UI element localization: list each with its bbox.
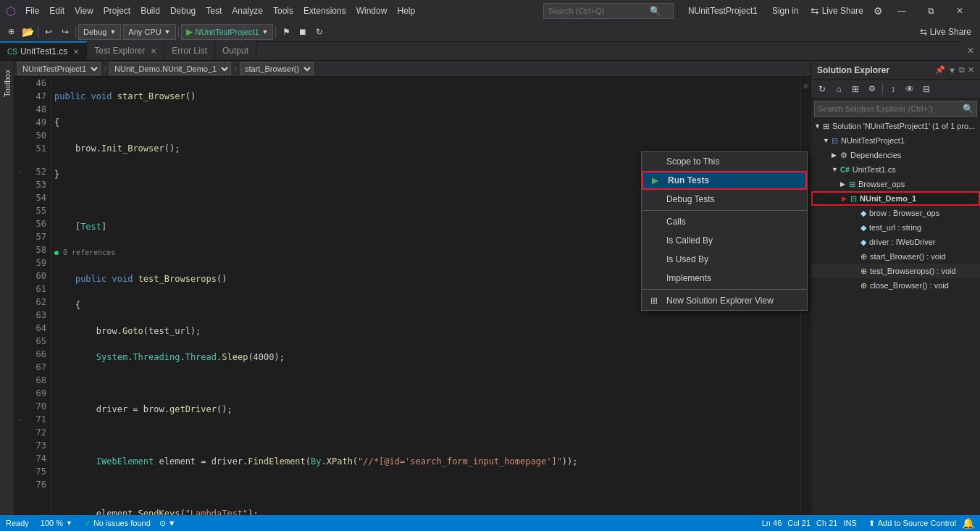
ctx-implements[interactable]: Implements [642,269,807,288]
toolbar-btn7[interactable]: ↻ [311,24,327,40]
signin-button[interactable]: Sign in [766,6,805,16]
menu-analyze[interactable]: Analyze [227,3,268,19]
menu-window[interactable]: Window [351,3,393,19]
settings-icon[interactable]: ⚙ [869,2,887,20]
se-close-icon[interactable]: ✕ [968,65,974,75]
ctx-run-tests[interactable]: ▶ Run Tests [642,171,807,190]
close-button[interactable]: ✕ [945,0,974,22]
run-button[interactable]: ▶ NUnitTestProject1 ▼ [181,24,274,40]
tree-solution[interactable]: ▼ ⊞ Solution 'NUnitTestProject1' (1 of 1… [811,119,980,133]
platform-dropdown[interactable]: Any CPU ▼ [123,24,175,40]
se-tree: ▼ ⊞ Solution 'NUnitTestProject1' (1 of 1… [811,119,980,515]
code-line-75: 75 [14,465,51,478]
toolbar-btn5[interactable]: ⚑ [278,24,294,40]
tree-driver[interactable]: ◆ driver : IWebDriver [811,235,980,249]
se-dropdown-icon[interactable]: ▼ [948,66,956,75]
search-icon: 🔍 [650,6,661,16]
tree-browserops[interactable]: ▶ ⊞ Browser_ops [811,177,980,191]
code-line-58: 58 [14,243,51,256]
notification-icon[interactable]: 🔔 [962,517,974,529]
debug-mode-dropdown[interactable]: Debug ▼ [78,24,121,40]
ctx-scope-to-this[interactable]: Scope to This [642,152,807,171]
menu-project[interactable]: Project [99,3,135,19]
status-nav-icon[interactable]: ⊙ ▼ [159,519,176,528]
ctx-is-used-by[interactable]: Is Used By [642,250,807,269]
tree-start-browser[interactable]: ⊕ start_Browser() : void [811,249,980,264]
menu-build[interactable]: Build [135,3,165,19]
tree-unittest1cs-label: UnitTest1.cs [853,165,896,174]
tree-test-browserops[interactable]: ⊕ test_Browserops() : void [811,264,980,278]
ctx-debug-tests[interactable]: Debug Tests [642,190,807,209]
menu-debug[interactable]: Debug [165,3,201,19]
menu-help[interactable]: Help [392,3,420,19]
add-to-source-control-button[interactable]: Add to Source Control [878,519,956,527]
tab-unittest1[interactable]: CS UnitTest1.cs ✕ [0,41,87,60]
ctx-is-used-label: Is Used By [666,254,708,264]
minimize-button[interactable]: — [887,0,916,22]
se-maximize-icon[interactable]: ⧉ [959,65,965,75]
ctx-debug-label: Debug Tests [666,194,715,204]
code-line-62: 62 [14,296,51,309]
se-filter-btn[interactable]: ⊞ [847,82,863,96]
tree-close-browser[interactable]: ⊕ close_Browser() : void [811,278,980,293]
tree-unittest1cs[interactable]: ▼ C# UnitTest1.cs [811,162,980,177]
menu-tools[interactable]: Tools [268,3,298,19]
code-line-53: 53 [14,178,51,191]
project-dropdown[interactable]: NUnitTestProject1 [17,62,101,75]
search-box[interactable]: 🔍 [543,3,674,19]
toolbar-sep3 [178,26,179,38]
line-57-text: driver = brow.getDriver(); [54,403,800,416]
tab-unittest1-close[interactable]: ✕ [73,48,79,56]
status-zoom[interactable]: 100 % [41,519,63,527]
run-label: NUnitTestProject1 [196,28,259,36]
tree-nunit-demo1[interactable]: ▶ ⊟ NUnit_Demo_1 [811,191,980,206]
tree-project[interactable]: ▼ ⊟ NUnitTestProject1 [811,133,980,148]
tab-test-explorer[interactable]: Test Explorer ✕ [87,41,164,60]
tab-test-explorer-close[interactable]: ✕ [151,47,156,55]
se-settings-btn[interactable]: ⚙ [864,82,880,96]
restore-button[interactable]: ⧉ [916,0,945,22]
tree-testurl[interactable]: ◆ test_url : string [811,220,980,235]
se-pin-icon[interactable]: 📌 [935,65,945,75]
se-search-bar[interactable]: 🔍 [814,101,977,117]
add-line-icon[interactable]: ⊕ [803,80,808,93]
menu-extensions[interactable]: Extensions [298,3,351,19]
tab-unittest1-label: UnitTest1.cs [20,46,67,57]
toolbar-new-btn[interactable]: ⊕ [3,24,19,40]
code-line-69: 69 [14,387,51,400]
toolbar-btn6[interactable]: ⏹ [295,24,311,40]
tree-dependencies[interactable]: ▶ ⚙ Dependencies [811,148,980,162]
code-line-61: 61 [14,283,51,296]
se-git-btn[interactable]: ↕ [885,82,901,96]
method-dropdown[interactable]: start_Browser() [240,62,314,75]
liveshare-toolbar[interactable]: ⇆ Live Share [914,27,977,37]
menu-test[interactable]: Test [201,3,227,19]
toolbar-open-btn[interactable]: 📂 [20,24,35,40]
se-home-btn[interactable]: ⌂ [831,82,847,96]
se-preview-btn[interactable]: 👁 [902,82,918,96]
toolbox-label[interactable]: Toolbox [3,64,12,103]
tab-collapse-btn[interactable]: ✕ [961,41,980,60]
tab-output[interactable]: Output [215,41,256,60]
toolbar-redo-btn[interactable]: ↪ [57,24,73,40]
menu-view[interactable]: View [70,3,99,19]
menu-edit[interactable]: Edit [44,3,70,19]
se-search-input[interactable] [818,104,960,113]
tree-brow[interactable]: ◆ brow : Browser_ops [811,206,980,220]
ctx-calls[interactable]: Calls [642,212,807,231]
ctx-is-called-by[interactable]: Is Called By [642,231,807,250]
tab-bar: CS UnitTest1.cs ✕ Test Explorer ✕ Error … [0,42,980,61]
tree-deps-label: Dependencies [850,151,901,159]
ctx-new-solution-explorer[interactable]: ⊞ New Solution Explorer View [642,291,807,310]
class-dropdown[interactable]: NUnit_Demo.NUnit_Demo_1 [109,62,231,75]
search-input[interactable] [548,7,650,15]
menu-file[interactable]: File [20,3,44,19]
toolbar-undo-btn[interactable]: ↩ [41,24,56,40]
solution-explorer-panel: Solution Explorer 📌 ▼ ⧉ ✕ ↻ ⌂ ⊞ ⚙ ↕ 👁 ⊟ … [811,61,980,515]
se-refresh-btn[interactable]: ↻ [814,82,830,96]
se-collapse-btn[interactable]: ⊟ [918,82,934,96]
ctx-sep2 [642,289,807,290]
live-share-button[interactable]: ⇆ Live Share [805,5,869,17]
tab-error-list[interactable]: Error List [164,41,215,60]
status-dropdown-arrow[interactable]: ▼ [66,519,72,527]
